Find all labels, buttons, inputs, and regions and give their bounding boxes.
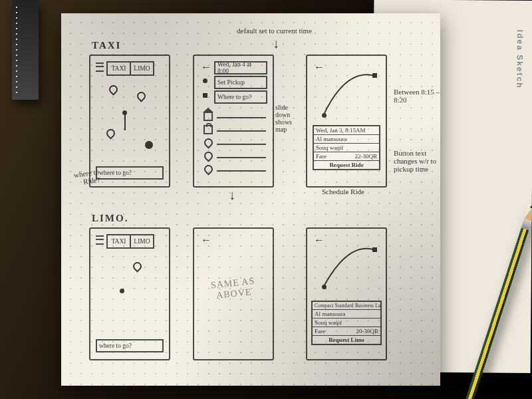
datetime-value: Wed, Jan 4 at 8:00 [217, 61, 264, 74]
arrow-down-icon: ↓ [273, 36, 279, 51]
desk-scene: Idea Sketch TAXI default set to current … [0, 0, 532, 399]
screen-confirm-limo: ← Compact Standard Business Luxury Al ma… [306, 227, 387, 360]
route-curve [319, 72, 379, 125]
card-to: Souq waqif [313, 319, 380, 327]
card-from: Al mansoura [314, 135, 379, 144]
screen-schedule-form: ← Wed, Jan 4 at 8:00 Set Pickup Where to… [193, 55, 274, 188]
limo-summary-card: Compact Standard Business Luxury Al mans… [311, 301, 382, 345]
sheet-brand-label: Idea Sketch [515, 30, 524, 89]
screen-taxi-map: TAXI LIMO where to go? [89, 55, 170, 188]
locate-icon[interactable] [145, 141, 153, 149]
ruler-prop [12, 0, 39, 100]
screen-confirm-ride: ← Wed, Jan 3, 8:15AM Al mansoura Souq wa… [306, 55, 387, 188]
mode-tabs[interactable]: TAXI LIMO [106, 61, 154, 76]
request-limo-button[interactable]: Request Limo [313, 336, 380, 344]
route-curve [319, 243, 379, 297]
tab-limo[interactable]: LIMO [131, 63, 153, 74]
note-schedule-ride: Schedule Ride [322, 188, 364, 196]
fare-label: Fare [316, 153, 327, 160]
map-pin-icon [107, 83, 119, 95]
note-eta-range: Between 8:15 – 8:20 [394, 88, 447, 104]
home-icon[interactable] [203, 112, 213, 121]
datetime-field[interactable]: Wed, Jan 4 at 8:00 [214, 61, 267, 74]
list-item[interactable] [217, 144, 266, 145]
back-icon[interactable]: ← [201, 61, 211, 73]
work-icon[interactable] [203, 125, 213, 134]
tab-taxi[interactable]: TAXI [108, 63, 131, 74]
pickup-label: Set Pickup [217, 79, 245, 86]
hamburger-icon[interactable] [96, 63, 104, 72]
dropoff-label: Where to go? [217, 94, 251, 100]
hamburger-icon[interactable] [96, 235, 104, 245]
dropoff-field[interactable]: Where to go? [214, 90, 267, 104]
limo-class-tabs[interactable]: Compact Standard Business Luxury [313, 302, 380, 310]
route-start-icon [322, 285, 327, 289]
destination-input[interactable]: where to go? [96, 339, 164, 352]
sketch-paper: TAXI default set to current time ↓ TAXI … [61, 13, 440, 386]
card-fare-row: Fare 22-30QR [314, 152, 379, 161]
screen-limo-same: ← SAME AS ABOVE [193, 227, 274, 360]
note-slide-down: slide down shows map [275, 104, 298, 133]
map-pin-icon [131, 260, 143, 272]
pickup-field[interactable]: Set Pickup [214, 76, 267, 89]
dropoff-sq-icon [203, 93, 207, 98]
card-fare-row: Fare 20-30QR [313, 327, 380, 336]
row2-title: LIMO. [92, 213, 128, 224]
screen-limo-map: TAXI LIMO where to go? [89, 227, 170, 360]
destination-placeholder: where to go? [99, 342, 132, 349]
list-item[interactable] [217, 117, 266, 118]
ride-summary-card: Wed, Jan 3, 8:15AM Al mansoura Souq waqi… [313, 125, 380, 170]
back-icon[interactable]: ← [201, 234, 211, 246]
mode-tabs[interactable]: TAXI LIMO [106, 234, 154, 249]
list-item[interactable] [217, 130, 266, 132]
card-from: Al mansoura [313, 310, 380, 319]
destination-placeholder: where to go? [99, 170, 132, 176]
request-ride-button[interactable]: Request Ride [314, 161, 379, 169]
recent-pin-icon [202, 150, 214, 162]
recent-pin-icon [202, 163, 214, 175]
row1-title: TAXI [92, 40, 121, 51]
recent-pin-icon [202, 136, 214, 148]
tab-limo[interactable]: LIMO [131, 235, 153, 247]
map-pin-icon [104, 127, 116, 139]
same-as-above-watermark: SAME AS ABOVE [194, 274, 274, 303]
list-item[interactable] [217, 170, 266, 172]
fare-value: 22-30QR [355, 153, 378, 160]
fare-value: 20-30QR [356, 328, 379, 334]
card-to: Souq waqif [314, 144, 379, 152]
fare-label: Fare [315, 328, 325, 334]
pickup-dot-icon [203, 78, 207, 83]
card-time: Wed, Jan 3, 8:15AM [314, 126, 379, 135]
list-item[interactable] [217, 157, 266, 158]
route-end-icon [372, 73, 377, 78]
route-start-icon [322, 113, 327, 118]
user-location-icon [120, 289, 124, 293]
tab-taxi[interactable]: TAXI [108, 235, 131, 247]
map-pin-icon [135, 90, 147, 102]
location-stem [124, 114, 126, 130]
arrow-down-icon: ↓ [229, 188, 235, 203]
destination-input[interactable]: where to go? [96, 166, 164, 180]
route-end-icon [372, 247, 377, 252]
note-default-time: default set to current time [237, 27, 312, 35]
note-button-text: Button text changes w/r to pickup time [394, 149, 446, 173]
